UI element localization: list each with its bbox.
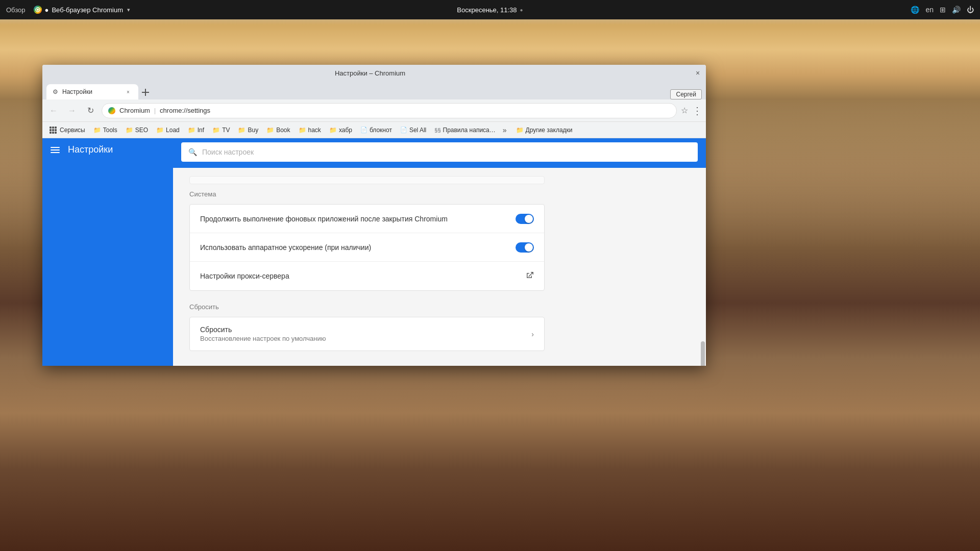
settings-main-content: Система Продолжить выполнение фоновых пр… <box>173 168 706 366</box>
bookmark-seo-label: SEO <box>135 127 148 134</box>
toggle-hardware-accel[interactable] <box>516 242 534 253</box>
bookmark-buy-label: Buy <box>248 127 258 134</box>
bookmark-buy[interactable]: 📁 Buy <box>235 126 261 135</box>
settings-sidebar-title: Настройки <box>68 144 113 155</box>
new-tab-button[interactable] <box>138 85 153 99</box>
bookmarks-more-button[interactable]: » <box>501 125 509 135</box>
bookmark-tools[interactable]: 📁 Tools <box>90 126 120 135</box>
bookmark-star-icon[interactable]: ☆ <box>681 106 688 115</box>
window-manager-icon[interactable]: ⊞ <box>940 6 946 14</box>
tab-bar: ⚙ Настройки × Сергей <box>42 81 706 99</box>
settings-inner: Система Продолжить выполнение фоновых пр… <box>173 168 561 366</box>
bookmark-book[interactable]: 📁 Book <box>263 126 293 135</box>
folder-icon: 📁 <box>516 127 524 134</box>
svg-rect-3 <box>142 92 149 93</box>
apps-grid-icon <box>50 127 57 134</box>
back-button[interactable]: ← <box>46 104 61 118</box>
scrollbar-track[interactable] <box>700 168 706 366</box>
forward-button[interactable]: → <box>65 104 79 118</box>
page-icon: 📄 <box>400 127 407 133</box>
settings-sidebar: Настройки <box>42 138 173 366</box>
folder-icon: 📁 <box>93 127 101 134</box>
folder-icon: 📁 <box>126 127 133 134</box>
settings-layout: Настройки 🔍 Поиск настроек Система <box>42 138 706 366</box>
bookmark-inf[interactable]: 📁 Inf <box>185 126 207 135</box>
tab-close-button[interactable]: × <box>124 88 132 96</box>
bookmark-selall[interactable]: 📄 Sel All <box>397 126 429 135</box>
bookmark-load-label: Load <box>166 127 180 134</box>
network-icon[interactable]: 🌐 <box>911 6 919 14</box>
setting-row-reset[interactable]: Сбросить Восстановление настроек по умол… <box>190 317 544 350</box>
bookmark-tv[interactable]: 📁 TV <box>209 126 233 135</box>
taskbar-datetime: Воскресенье, 11:38 <box>457 6 517 14</box>
taskbar-app-name: Веб-браузер Chromium <box>52 6 123 14</box>
address-separator: | <box>154 107 156 114</box>
settings-search-box[interactable]: 🔍 Поиск настроек <box>181 142 698 162</box>
hamburger-line <box>51 147 60 148</box>
reset-subtext: Восстановление настроек по умолчанию <box>200 335 531 342</box>
taskbar-app-chromium[interactable]: ● Веб-браузер Chromium ▾ <box>34 6 131 14</box>
toggle-background-apps[interactable] <box>516 214 534 224</box>
window-close-button[interactable]: × <box>694 69 702 77</box>
folder-icon: 📁 <box>266 127 274 134</box>
bookmark-apps-label: Сервисы <box>60 127 85 134</box>
bookmark-seo[interactable]: 📁 SEO <box>122 126 151 135</box>
address-url: chrome://settings <box>160 107 210 114</box>
sistema-card: Продолжить выполнение фоновых приложений… <box>189 204 545 291</box>
bookmark-rules-label: Правила написа… <box>443 127 496 134</box>
folder-icon: 📁 <box>212 127 220 134</box>
user-button[interactable]: Сергей <box>670 89 702 99</box>
bookmarks-bar: Сервисы 📁 Tools 📁 SEO 📁 Load 📁 Inf 📁 TV … <box>42 122 706 138</box>
bookmark-inf-label: Inf <box>198 127 204 134</box>
browser-window: Настройки – Chromium × ⚙ Настройки × Сер… <box>42 65 706 366</box>
browser-menu-icon[interactable]: ⋮ <box>692 105 702 117</box>
external-link-icon[interactable] <box>526 271 534 281</box>
bookmark-rules[interactable]: §§ Правила написа… <box>431 126 499 135</box>
folder-icon: 📁 <box>156 127 164 134</box>
bookmark-apps-button[interactable]: Сервисы <box>46 126 88 135</box>
taskbar-datetime-dot: ● <box>520 7 523 13</box>
arrow-right-icon: › <box>531 330 534 338</box>
bookmark-habr-label: хабр <box>339 127 352 134</box>
title-bar: Настройки – Chromium × <box>42 65 706 81</box>
bookmark-other-folders[interactable]: 📁 Другие закладки <box>512 126 577 135</box>
hamburger-menu-icon[interactable] <box>51 147 60 153</box>
language-indicator[interactable]: en <box>925 6 934 14</box>
tab-label: Настройки <box>62 88 92 95</box>
volume-icon[interactable]: 🔊 <box>952 6 961 14</box>
taskbar: Обзор ● Веб-браузер Chromium ▾ Воскресен… <box>0 0 980 19</box>
settings-header: Настройки <box>42 138 173 161</box>
taskbar-app-label: ● <box>45 6 49 14</box>
power-icon[interactable]: ⏻ <box>967 6 974 14</box>
bookmark-tools-label: Tools <box>103 127 117 134</box>
taskbar-center: Воскресенье, 11:38 ● <box>457 6 523 14</box>
folder-icon: 📁 <box>329 127 337 134</box>
search-placeholder: Поиск настроек <box>202 148 254 156</box>
bookmark-hack[interactable]: 📁 hack <box>296 126 324 135</box>
bookmark-habr[interactable]: 📁 хабр <box>326 126 355 135</box>
setting-text-hardware-accel: Использовать аппаратное ускорение (при н… <box>200 243 516 252</box>
hamburger-line <box>51 152 60 153</box>
search-icon: 🔍 <box>188 148 197 156</box>
settings-tab[interactable]: ⚙ Настройки × <box>46 84 138 99</box>
address-bar[interactable]: Chromium | chrome://settings <box>102 103 677 118</box>
bookmark-book-label: Book <box>276 127 290 134</box>
address-site-name: Chromium <box>119 107 150 114</box>
taskbar-overview[interactable]: Обзор <box>6 6 26 14</box>
bookmark-tv-label: TV <box>222 127 230 134</box>
page-icon: 📄 <box>360 127 368 133</box>
reset-card: Сбросить Восстановление настроек по умол… <box>189 317 545 351</box>
taskbar-app-arrow[interactable]: ▾ <box>127 7 130 13</box>
scrollbar-thumb[interactable] <box>701 341 705 366</box>
bookmark-load[interactable]: 📁 Load <box>153 126 183 135</box>
setting-row-proxy: Настройки прокси-сервера <box>190 262 544 290</box>
refresh-button[interactable]: ↻ <box>83 104 97 118</box>
folder-icon: 📁 <box>188 127 195 134</box>
section-label-reset: Сбросить <box>189 303 545 311</box>
chromium-taskbar-icon <box>34 6 42 14</box>
bookmark-notepad[interactable]: 📄 блокнот <box>357 126 395 135</box>
navigation-bar: ← → ↻ Chromium | chrome://settings ☆ ⋮ <box>42 99 706 122</box>
tab-settings-icon: ⚙ <box>53 88 58 95</box>
page-icon: §§ <box>434 127 440 133</box>
bookmark-other-label: Другие закладки <box>526 127 573 134</box>
